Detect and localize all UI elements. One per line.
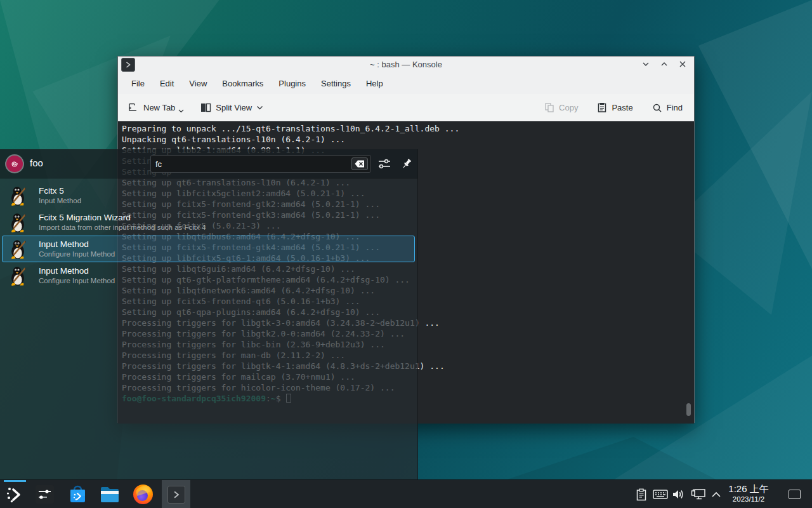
result-title: Fcitx 5 [39,186,64,196]
search-input[interactable] [155,156,346,171]
split-view-icon [200,103,211,112]
taskbar: 1:26 上午 2023/11/2 [0,479,812,508]
search-icon [652,103,662,113]
chevron-up-icon [711,491,721,498]
paste-button[interactable]: Paste [597,102,632,113]
fcitx-tux-icon [8,212,29,234]
new-tab-icon [128,102,139,113]
configure-sliders-icon [377,157,391,170]
pin-icon [400,157,413,170]
menu-edit[interactable]: Edit [152,76,181,91]
result-subtitle: Input Method [39,197,81,204]
display-connector-tray-icon[interactable] [690,480,707,508]
chevron-down-icon [256,105,263,110]
configure-launcher-button[interactable] [377,157,391,170]
menu-plugins[interactable]: Plugins [271,76,313,91]
discover-button[interactable] [63,480,91,508]
menu-settings[interactable]: Settings [313,76,358,91]
discover-icon [68,485,88,504]
find-button[interactable]: Find [652,103,683,113]
result-subtitle: Import data from other input method such… [39,224,206,231]
search-box[interactable] [150,155,371,173]
user-avatar[interactable] [5,154,24,173]
terminal-output-line: Preparing to unpack .../15-qt6-translati… [122,123,694,134]
dolphin-file-manager-button[interactable] [96,480,124,508]
application-launcher-button[interactable] [3,480,27,508]
menu-help[interactable]: Help [358,76,391,91]
copy-button: Copy [544,102,578,113]
copy-icon [544,102,554,113]
new-tab-button[interactable]: New Tab [128,102,184,113]
clear-backspace-icon [355,160,365,168]
launcher-result-input-method[interactable]: Input MethodConfigure Input Method [2,236,415,262]
clear-search-button[interactable] [351,157,368,170]
terminal-scrollbar[interactable] [686,403,691,416]
system-settings-icon [35,485,55,504]
window-title: ~ : bash — Konsole [118,60,694,69]
minimize-button[interactable] [641,59,651,69]
split-view-button[interactable]: Split View [200,103,263,112]
debian-swirl-icon [9,158,20,170]
digital-clock[interactable]: 1:26 上午 2023/11/2 [723,483,774,504]
firefox-button[interactable] [129,480,157,508]
clipboard-tray-icon[interactable] [634,480,648,508]
konsole-app-icon [167,486,185,504]
system-settings-button[interactable] [30,480,58,508]
menu-file[interactable]: File [124,76,152,91]
keyboard-tray-icon[interactable] [652,480,669,508]
terminal-output-line: Unpacking qt6-translations-l10n (6.4.2-1… [122,134,694,145]
clock-date: 2023/11/2 [723,495,774,504]
fcitx-tux-icon [8,239,29,260]
fcitx-tux-icon [8,185,29,207]
firefox-icon [133,485,153,504]
show-desktop-button[interactable] [789,490,801,499]
toolbar: New Tab Split View [118,94,694,121]
result-title: Input Method [39,239,89,249]
pin-launcher-button[interactable] [400,157,413,170]
result-subtitle: Configure Input Method [39,250,115,258]
paste-icon [597,102,607,113]
konsole-task-button[interactable] [162,480,190,508]
menubar: File Edit View Bookmarks Plugins Setting… [118,73,694,94]
launcher-result-fcitx-5-migration-wizard[interactable]: Fcitx 5 Migration WizardImport data from… [2,209,415,236]
application-launcher-panel: foo [0,149,418,479]
titlebar[interactable]: ~ : bash — Konsole [118,57,694,73]
kde-launcher-icon [5,485,24,504]
menu-bookmarks[interactable]: Bookmarks [214,76,271,91]
menu-view[interactable]: View [181,76,214,91]
launcher-result-input-method[interactable]: Input MethodConfigure Input Method [2,262,415,289]
volume-tray-icon[interactable] [671,480,686,508]
chevron-down-icon [178,109,184,113]
fcitx-tux-icon [8,265,29,287]
result-title: Fcitx 5 Migration Wizard [39,213,131,222]
expand-tray-button[interactable] [710,480,723,508]
close-button[interactable] [678,59,688,69]
maximize-button[interactable] [659,59,669,69]
result-title: Input Method [39,266,89,276]
launcher-result-fcitx-5[interactable]: Fcitx 5Input Method [2,182,415,209]
result-subtitle: Configure Input Method [39,277,115,284]
user-name-label[interactable]: foo [30,157,43,168]
desktop-wallpaper: ~ : bash — Konsole File Edit View Bookma… [0,0,812,508]
launcher-results-list: Fcitx 5Input Method Fcitx 5 Migration Wi… [0,182,417,289]
clock-time: 1:26 上午 [723,483,774,495]
folder-icon [100,486,120,504]
launcher-header: foo [0,149,417,178]
